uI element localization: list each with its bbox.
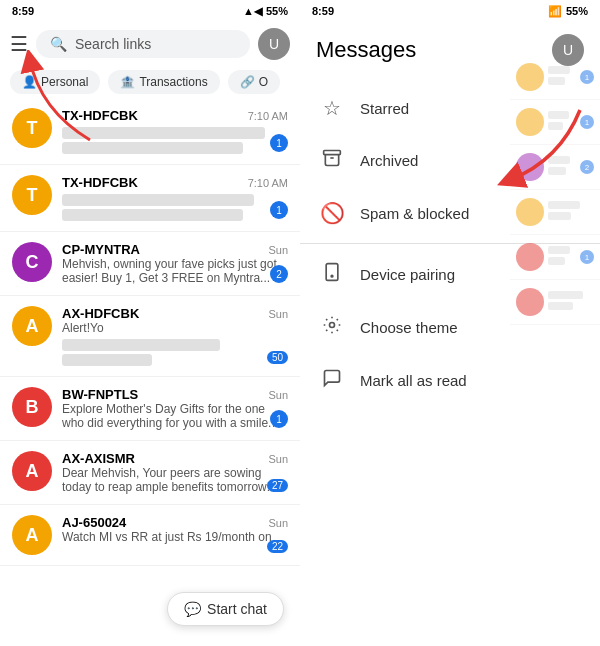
msg-header: TX-HDFCBK 7:10 AM [62, 175, 288, 190]
svg-rect-1 [324, 151, 341, 155]
avatar: C [12, 242, 52, 282]
signal-icons: ▲◀ [243, 5, 262, 18]
search-bar: ☰ 🔍 Search links U [0, 22, 300, 66]
right-panel: 8:59 📶 55% Messages U ☆ Starred Archived [300, 0, 600, 646]
msg-header: TX-HDFCBK 7:10 AM [62, 108, 288, 123]
left-panel: 8:59 ▲◀ 55% ☰ 🔍 Search links U 👤 Persona… [0, 0, 300, 646]
messages-list: T TX-HDFCBK 7:10 AM 1 T TX-HDFCBK 7:10 A… [0, 98, 300, 646]
tab-other[interactable]: 🔗 O [228, 70, 280, 94]
svg-point-3 [331, 275, 333, 277]
badge: 2 [270, 265, 288, 283]
tab-transactions[interactable]: 🏦 Transactions [108, 70, 219, 94]
msg-preview: Watch MI vs RR at just Rs 19/month on [62, 530, 288, 544]
badge: 27 [267, 479, 288, 492]
list-item[interactable]: T TX-HDFCBK 7:10 AM 1 [0, 165, 300, 232]
msg-blurred2 [62, 354, 152, 366]
msg-sender: AX-AXISMR [62, 451, 135, 466]
msg-content: AX-AXISMR Sun Dear Mehvish, Your peers a… [62, 451, 288, 494]
transactions-icon: 🏦 [120, 75, 135, 89]
status-bar-right: 8:59 📶 55% [300, 0, 600, 22]
menu-label-spam: Spam & blocked [360, 205, 469, 222]
spam-icon: 🚫 [320, 201, 344, 225]
right-header: Messages U [300, 22, 600, 74]
menu-label-archived: Archived [360, 152, 418, 169]
menu-item-archived[interactable]: Archived [300, 134, 600, 187]
msg-content: TX-HDFCBK 7:10 AM [62, 175, 288, 221]
msg-time: Sun [268, 453, 288, 465]
msg-preview: Dear Mehvish, Your peers are sowing toda… [62, 466, 288, 494]
hamburger-icon[interactable]: ☰ [10, 32, 28, 56]
menu-item-markread[interactable]: Mark all as read [300, 354, 600, 407]
avatar: B [12, 387, 52, 427]
personal-icon: 👤 [22, 75, 37, 89]
msg-content: AX-HDFCBK Sun Alert!Yo [62, 306, 288, 366]
time-right: 8:59 [312, 5, 334, 17]
msg-time: Sun [268, 389, 288, 401]
msg-header: CP-MYNTRA Sun [62, 242, 288, 257]
msg-header: AJ-650024 Sun [62, 515, 288, 530]
tab-transactions-label: Transactions [139, 75, 207, 89]
device-icon [320, 262, 344, 287]
status-icons-left: ▲◀ 55% [243, 5, 288, 18]
time-left: 8:59 [12, 5, 34, 17]
wifi-icon: 📶 [548, 5, 562, 18]
avatar-icon-right[interactable]: U [552, 34, 584, 66]
msg-blurred-line2 [62, 209, 243, 221]
msg-sender: CP-MYNTRA [62, 242, 140, 257]
search-input[interactable]: Search links [75, 36, 151, 52]
svg-point-4 [330, 323, 335, 328]
menu-item-starred[interactable]: ☆ Starred [300, 82, 600, 134]
avatar: A [12, 515, 52, 555]
tabs-row: 👤 Personal 🏦 Transactions 🔗 O [0, 66, 300, 98]
menu-item-theme[interactable]: Choose theme [300, 301, 600, 354]
msg-blurred-line2 [62, 142, 243, 154]
msg-content: TX-HDFCBK 7:10 AM [62, 108, 288, 154]
msg-blurred-line1 [62, 194, 254, 206]
other-icon: 🔗 [240, 75, 255, 89]
list-item[interactable]: A AJ-650024 Sun Watch MI vs RR at just R… [0, 505, 300, 566]
markread-icon [320, 368, 344, 393]
start-chat-button[interactable]: 💬 Start chat [167, 592, 284, 626]
search-icon: 🔍 [50, 36, 67, 52]
msg-sender: AJ-650024 [62, 515, 126, 530]
msg-time: Sun [268, 308, 288, 320]
list-item[interactable]: C CP-MYNTRA Sun Mehvish, owning your fav… [0, 232, 300, 296]
menu-divider [300, 243, 600, 244]
list-item[interactable]: A AX-AXISMR Sun Dear Mehvish, Your peers… [0, 441, 300, 505]
msg-time: Sun [268, 517, 288, 529]
msg-sender: AX-HDFCBK [62, 306, 139, 321]
menu-label-device: Device pairing [360, 266, 455, 283]
tab-personal[interactable]: 👤 Personal [10, 70, 100, 94]
msg-preview: Alert!Yo [62, 321, 288, 335]
start-chat-label: Start chat [207, 601, 267, 617]
msg-header: AX-HDFCBK Sun [62, 306, 288, 321]
list-item[interactable]: T TX-HDFCBK 7:10 AM 1 [0, 98, 300, 165]
search-container[interactable]: 🔍 Search links [36, 30, 250, 58]
start-chat-icon: 💬 [184, 601, 201, 617]
star-icon: ☆ [320, 96, 344, 120]
tab-personal-label: Personal [41, 75, 88, 89]
avatar: A [12, 306, 52, 346]
menu-item-spam[interactable]: 🚫 Spam & blocked [300, 187, 600, 239]
menu-item-device[interactable]: Device pairing [300, 248, 600, 301]
avatar: T [12, 108, 52, 148]
avatar-icon-left[interactable]: U [258, 28, 290, 60]
list-item[interactable]: B BW-FNPTLS Sun Explore Mother's Day Gif… [0, 377, 300, 441]
avatar: A [12, 451, 52, 491]
menu-label-theme: Choose theme [360, 319, 458, 336]
theme-icon [320, 315, 344, 340]
badge: 1 [270, 410, 288, 428]
right-title: Messages [316, 37, 416, 63]
tab-other-label: O [259, 75, 268, 89]
msg-preview: Mehvish, owning your fave picks just got… [62, 257, 288, 285]
battery-right: 55% [566, 5, 588, 17]
msg-content: CP-MYNTRA Sun Mehvish, owning your fave … [62, 242, 288, 285]
msg-header: BW-FNPTLS Sun [62, 387, 288, 402]
list-item[interactable]: A AX-HDFCBK Sun Alert!Yo 50 [0, 296, 300, 377]
battery-left: 55% [266, 5, 288, 17]
msg-content: AJ-650024 Sun Watch MI vs RR at just Rs … [62, 515, 288, 544]
badge: 1 [270, 134, 288, 152]
msg-blurred-line1 [62, 127, 265, 139]
avatar: T [12, 175, 52, 215]
msg-sender: TX-HDFCBK [62, 108, 138, 123]
